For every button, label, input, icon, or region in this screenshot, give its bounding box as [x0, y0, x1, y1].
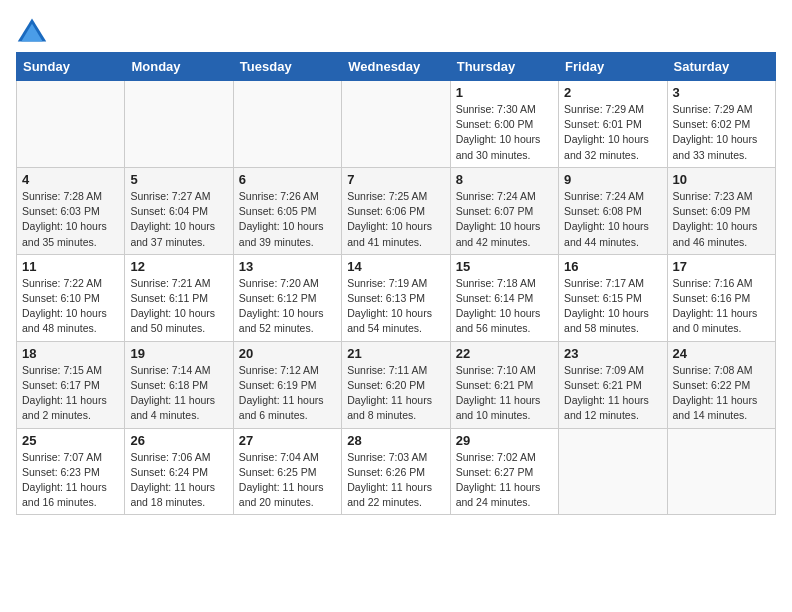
calendar-cell: [667, 428, 775, 515]
calendar-cell: 27Sunrise: 7:04 AM Sunset: 6:25 PM Dayli…: [233, 428, 341, 515]
calendar-cell: [233, 81, 341, 168]
calendar-cell: 9Sunrise: 7:24 AM Sunset: 6:08 PM Daylig…: [559, 167, 667, 254]
calendar-cell: 19Sunrise: 7:14 AM Sunset: 6:18 PM Dayli…: [125, 341, 233, 428]
calendar-week: 4Sunrise: 7:28 AM Sunset: 6:03 PM Daylig…: [17, 167, 776, 254]
calendar-cell: [17, 81, 125, 168]
day-detail: Sunrise: 7:30 AM Sunset: 6:00 PM Dayligh…: [456, 102, 553, 163]
day-detail: Sunrise: 7:08 AM Sunset: 6:22 PM Dayligh…: [673, 363, 770, 424]
day-number: 11: [22, 259, 119, 274]
day-detail: Sunrise: 7:03 AM Sunset: 6:26 PM Dayligh…: [347, 450, 444, 511]
day-number: 12: [130, 259, 227, 274]
calendar-week: 18Sunrise: 7:15 AM Sunset: 6:17 PM Dayli…: [17, 341, 776, 428]
day-detail: Sunrise: 7:15 AM Sunset: 6:17 PM Dayligh…: [22, 363, 119, 424]
calendar-cell: 29Sunrise: 7:02 AM Sunset: 6:27 PM Dayli…: [450, 428, 558, 515]
day-detail: Sunrise: 7:24 AM Sunset: 6:07 PM Dayligh…: [456, 189, 553, 250]
day-detail: Sunrise: 7:06 AM Sunset: 6:24 PM Dayligh…: [130, 450, 227, 511]
calendar-cell: 23Sunrise: 7:09 AM Sunset: 6:21 PM Dayli…: [559, 341, 667, 428]
day-detail: Sunrise: 7:02 AM Sunset: 6:27 PM Dayligh…: [456, 450, 553, 511]
day-number: 16: [564, 259, 661, 274]
day-number: 29: [456, 433, 553, 448]
day-number: 1: [456, 85, 553, 100]
calendar-cell: 26Sunrise: 7:06 AM Sunset: 6:24 PM Dayli…: [125, 428, 233, 515]
header-day: Tuesday: [233, 53, 341, 81]
calendar-cell: 17Sunrise: 7:16 AM Sunset: 6:16 PM Dayli…: [667, 254, 775, 341]
day-detail: Sunrise: 7:04 AM Sunset: 6:25 PM Dayligh…: [239, 450, 336, 511]
calendar-header: SundayMondayTuesdayWednesdayThursdayFrid…: [17, 53, 776, 81]
calendar-cell: 12Sunrise: 7:21 AM Sunset: 6:11 PM Dayli…: [125, 254, 233, 341]
calendar-cell: [125, 81, 233, 168]
header-day: Wednesday: [342, 53, 450, 81]
header-day: Saturday: [667, 53, 775, 81]
calendar-cell: 1Sunrise: 7:30 AM Sunset: 6:00 PM Daylig…: [450, 81, 558, 168]
day-detail: Sunrise: 7:28 AM Sunset: 6:03 PM Dayligh…: [22, 189, 119, 250]
day-detail: Sunrise: 7:17 AM Sunset: 6:15 PM Dayligh…: [564, 276, 661, 337]
calendar-cell: 22Sunrise: 7:10 AM Sunset: 6:21 PM Dayli…: [450, 341, 558, 428]
day-number: 23: [564, 346, 661, 361]
day-detail: Sunrise: 7:18 AM Sunset: 6:14 PM Dayligh…: [456, 276, 553, 337]
calendar-cell: 5Sunrise: 7:27 AM Sunset: 6:04 PM Daylig…: [125, 167, 233, 254]
day-detail: Sunrise: 7:16 AM Sunset: 6:16 PM Dayligh…: [673, 276, 770, 337]
day-number: 20: [239, 346, 336, 361]
calendar-cell: 11Sunrise: 7:22 AM Sunset: 6:10 PM Dayli…: [17, 254, 125, 341]
day-number: 17: [673, 259, 770, 274]
day-number: 15: [456, 259, 553, 274]
calendar-cell: 28Sunrise: 7:03 AM Sunset: 6:26 PM Dayli…: [342, 428, 450, 515]
calendar-body: 1Sunrise: 7:30 AM Sunset: 6:00 PM Daylig…: [17, 81, 776, 515]
day-detail: Sunrise: 7:25 AM Sunset: 6:06 PM Dayligh…: [347, 189, 444, 250]
day-detail: Sunrise: 7:27 AM Sunset: 6:04 PM Dayligh…: [130, 189, 227, 250]
calendar-table: SundayMondayTuesdayWednesdayThursdayFrid…: [16, 52, 776, 515]
calendar-cell: 15Sunrise: 7:18 AM Sunset: 6:14 PM Dayli…: [450, 254, 558, 341]
day-detail: Sunrise: 7:29 AM Sunset: 6:02 PM Dayligh…: [673, 102, 770, 163]
day-detail: Sunrise: 7:10 AM Sunset: 6:21 PM Dayligh…: [456, 363, 553, 424]
calendar-cell: 2Sunrise: 7:29 AM Sunset: 6:01 PM Daylig…: [559, 81, 667, 168]
day-detail: Sunrise: 7:23 AM Sunset: 6:09 PM Dayligh…: [673, 189, 770, 250]
day-detail: Sunrise: 7:26 AM Sunset: 6:05 PM Dayligh…: [239, 189, 336, 250]
calendar-cell: 4Sunrise: 7:28 AM Sunset: 6:03 PM Daylig…: [17, 167, 125, 254]
day-number: 24: [673, 346, 770, 361]
day-detail: Sunrise: 7:09 AM Sunset: 6:21 PM Dayligh…: [564, 363, 661, 424]
calendar-cell: 6Sunrise: 7:26 AM Sunset: 6:05 PM Daylig…: [233, 167, 341, 254]
day-detail: Sunrise: 7:20 AM Sunset: 6:12 PM Dayligh…: [239, 276, 336, 337]
logo-icon: [16, 16, 48, 44]
calendar-cell: 10Sunrise: 7:23 AM Sunset: 6:09 PM Dayli…: [667, 167, 775, 254]
day-number: 2: [564, 85, 661, 100]
calendar-week: 25Sunrise: 7:07 AM Sunset: 6:23 PM Dayli…: [17, 428, 776, 515]
day-number: 10: [673, 172, 770, 187]
calendar-cell: 13Sunrise: 7:20 AM Sunset: 6:12 PM Dayli…: [233, 254, 341, 341]
calendar-cell: 3Sunrise: 7:29 AM Sunset: 6:02 PM Daylig…: [667, 81, 775, 168]
calendar-cell: 21Sunrise: 7:11 AM Sunset: 6:20 PM Dayli…: [342, 341, 450, 428]
day-detail: Sunrise: 7:24 AM Sunset: 6:08 PM Dayligh…: [564, 189, 661, 250]
day-number: 7: [347, 172, 444, 187]
calendar-cell: 16Sunrise: 7:17 AM Sunset: 6:15 PM Dayli…: [559, 254, 667, 341]
page-header: [16, 16, 776, 44]
calendar-cell: [559, 428, 667, 515]
day-number: 21: [347, 346, 444, 361]
logo: [16, 16, 52, 44]
calendar-cell: 7Sunrise: 7:25 AM Sunset: 6:06 PM Daylig…: [342, 167, 450, 254]
header-day: Sunday: [17, 53, 125, 81]
day-number: 9: [564, 172, 661, 187]
calendar-cell: 8Sunrise: 7:24 AM Sunset: 6:07 PM Daylig…: [450, 167, 558, 254]
day-detail: Sunrise: 7:12 AM Sunset: 6:19 PM Dayligh…: [239, 363, 336, 424]
header-row: SundayMondayTuesdayWednesdayThursdayFrid…: [17, 53, 776, 81]
header-day: Friday: [559, 53, 667, 81]
day-number: 5: [130, 172, 227, 187]
calendar-cell: 14Sunrise: 7:19 AM Sunset: 6:13 PM Dayli…: [342, 254, 450, 341]
day-detail: Sunrise: 7:21 AM Sunset: 6:11 PM Dayligh…: [130, 276, 227, 337]
day-number: 28: [347, 433, 444, 448]
day-number: 25: [22, 433, 119, 448]
day-number: 4: [22, 172, 119, 187]
header-day: Thursday: [450, 53, 558, 81]
day-number: 13: [239, 259, 336, 274]
calendar-week: 1Sunrise: 7:30 AM Sunset: 6:00 PM Daylig…: [17, 81, 776, 168]
calendar-week: 11Sunrise: 7:22 AM Sunset: 6:10 PM Dayli…: [17, 254, 776, 341]
day-number: 18: [22, 346, 119, 361]
calendar-cell: 24Sunrise: 7:08 AM Sunset: 6:22 PM Dayli…: [667, 341, 775, 428]
day-detail: Sunrise: 7:14 AM Sunset: 6:18 PM Dayligh…: [130, 363, 227, 424]
calendar-cell: 25Sunrise: 7:07 AM Sunset: 6:23 PM Dayli…: [17, 428, 125, 515]
day-detail: Sunrise: 7:29 AM Sunset: 6:01 PM Dayligh…: [564, 102, 661, 163]
day-detail: Sunrise: 7:07 AM Sunset: 6:23 PM Dayligh…: [22, 450, 119, 511]
calendar-cell: 18Sunrise: 7:15 AM Sunset: 6:17 PM Dayli…: [17, 341, 125, 428]
calendar-cell: [342, 81, 450, 168]
header-day: Monday: [125, 53, 233, 81]
